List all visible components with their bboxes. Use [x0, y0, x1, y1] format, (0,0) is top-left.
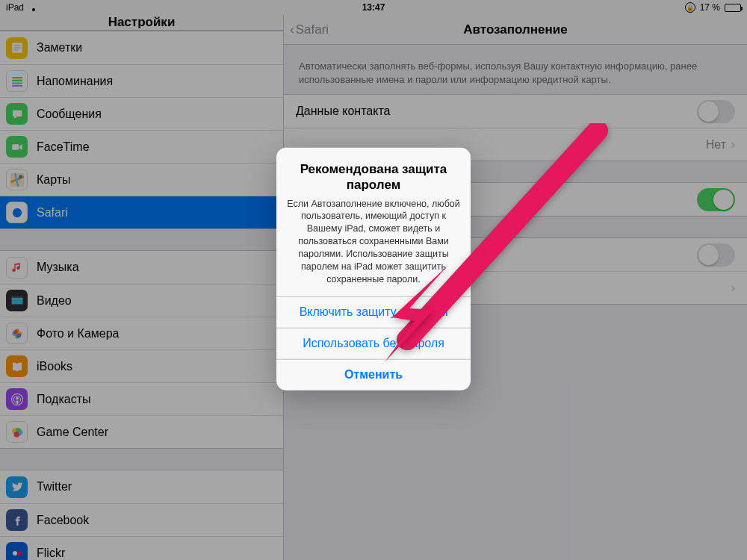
alert-title: Рекомендована защита паролем	[287, 161, 460, 193]
password-recommendation-alert: Рекомендована защита паролем Если Автоза…	[276, 148, 471, 391]
enable-passcode-button[interactable]: Включить защиту паролем	[276, 296, 471, 327]
use-without-passcode-button[interactable]: Использовать без пароля	[276, 327, 471, 358]
alert-message: Если Автозаполнение включено, любой поль…	[287, 197, 460, 285]
cancel-button[interactable]: Отменить	[276, 358, 471, 390]
